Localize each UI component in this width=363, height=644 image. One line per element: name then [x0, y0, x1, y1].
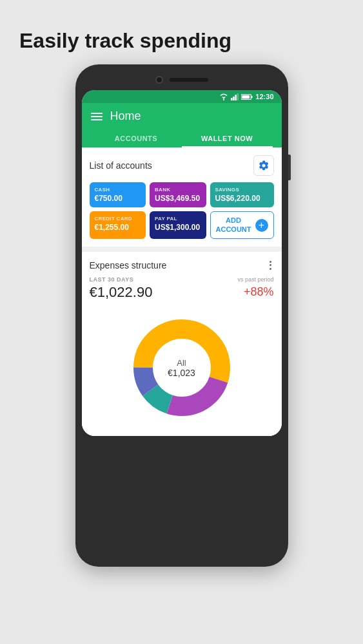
section-divider [82, 247, 282, 252]
change-pct: +88% [244, 285, 274, 299]
credit-amount: €1,255.00 [95, 223, 141, 232]
tab-accounts[interactable]: ACCOUNTS [91, 129, 182, 147]
tab-wallet-now[interactable]: WALLET NOW [182, 129, 273, 147]
svg-rect-3 [233, 97, 235, 100]
cash-label: CASH [95, 187, 141, 193]
hamburger-icon[interactable] [91, 113, 103, 120]
savings-amount: US$6,220.00 [215, 194, 269, 203]
add-account-text: ADDACCOUNT [216, 216, 251, 233]
donut-center: All €1,023 [168, 357, 195, 377]
period-label: LAST 30 DAYS [90, 276, 134, 283]
signal-icon [231, 93, 239, 100]
page-wrapper: Easily track spending [0, 13, 363, 644]
svg-rect-4 [235, 95, 237, 100]
accounts-section: List of accounts CASH €750.00 BANK US [82, 147, 282, 246]
phone-side-button [288, 155, 291, 180]
expenses-title: Expenses structure [90, 260, 167, 270]
donut-center-amount: €1,023 [168, 367, 195, 377]
page-headline: Easily track spending [0, 13, 363, 64]
svg-rect-7 [251, 96, 253, 99]
app-title: Home [110, 109, 141, 123]
status-time: 12:30 [255, 93, 273, 100]
donut-chart: All €1,023 [90, 310, 274, 426]
svg-rect-2 [231, 98, 233, 100]
account-card-credit[interactable]: CREDIT CARD €1,255.00 [90, 211, 146, 238]
tabs-row: ACCOUNTS WALLET NOW [91, 129, 273, 147]
expenses-header: Expenses structure [90, 260, 274, 271]
paypal-label: PAY PAL [155, 216, 201, 222]
paypal-amount: US$1,300.00 [155, 223, 201, 232]
battery-icon [241, 93, 253, 100]
expenses-amount: €1,022.90 [90, 284, 153, 301]
bank-label: BANK [155, 187, 201, 193]
phone-camera [155, 76, 163, 84]
add-account-button[interactable]: ADDACCOUNT + [210, 211, 274, 238]
expenses-section: Expenses structure LAST 30 DAYS vs past … [82, 252, 282, 436]
svg-rect-5 [237, 93, 239, 100]
savings-label: SAVINGS [215, 187, 269, 193]
accounts-header: List of accounts [90, 155, 274, 176]
phone-screen: 12:30 Home ACCOUNTS WALLET NOW [82, 90, 282, 435]
account-card-bank[interactable]: BANK US$3,469.50 [150, 182, 206, 207]
app-title-row: Home [91, 109, 273, 129]
wifi-icon [219, 93, 228, 100]
account-card-cash[interactable]: CASH €750.00 [90, 182, 146, 207]
donut-center-label: All [168, 357, 195, 367]
svg-rect-8 [242, 95, 250, 99]
expenses-amount-row: €1,022.90 +88% [90, 284, 274, 301]
svg-point-1 [223, 99, 224, 100]
credit-label: CREDIT CARD [95, 216, 141, 222]
accounts-title: List of accounts [90, 160, 152, 171]
svg-marker-0 [222, 97, 226, 99]
expenses-period-row: LAST 30 DAYS vs past period [90, 276, 274, 283]
phone-speaker [170, 78, 208, 82]
phone-top-bar [82, 73, 282, 90]
app-header: Home ACCOUNTS WALLET NOW [82, 103, 282, 147]
bank-amount: US$3,469.50 [155, 194, 201, 203]
add-icon: + [255, 219, 268, 232]
gear-icon [258, 160, 270, 171]
account-card-savings[interactable]: SAVINGS US$6,220.00 [210, 182, 274, 207]
accounts-grid: CASH €750.00 BANK US$3,469.50 SAVINGS US… [90, 182, 274, 238]
cash-amount: €750.00 [95, 194, 141, 203]
account-card-paypal[interactable]: PAY PAL US$1,300.00 [150, 211, 206, 238]
more-options-button[interactable] [267, 260, 274, 271]
settings-button[interactable] [253, 155, 274, 176]
status-bar: 12:30 [82, 90, 282, 103]
vs-label: vs past period [237, 276, 273, 283]
phone-frame: 12:30 Home ACCOUNTS WALLET NOW [75, 64, 288, 567]
status-icons: 12:30 [219, 93, 273, 100]
